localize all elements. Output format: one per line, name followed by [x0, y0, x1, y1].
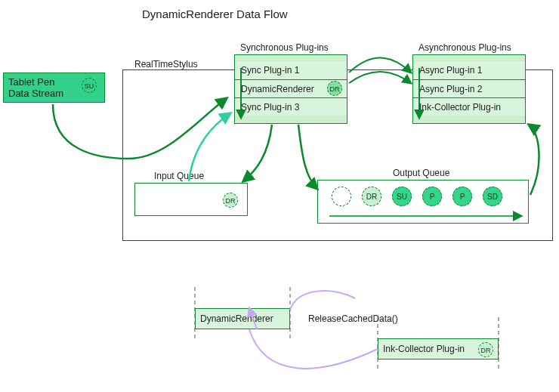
sync-row: Sync Plug-in 3: [235, 97, 347, 116]
tablet-pen-label: Tablet Pen Data Stream: [8, 76, 76, 99]
queue-item: P: [422, 187, 442, 206]
async-row: Ink-Collector Plug-in: [413, 97, 525, 116]
output-queue-label: Output Queue: [393, 168, 449, 178]
dr-badge-icon: DR: [478, 342, 493, 357]
async-row: Async Plug-in 1: [413, 61, 525, 79]
diagram: DynamicRenderer Data Flow Tablet Pen Dat…: [0, 0, 559, 392]
input-queue-box: DR: [134, 183, 248, 216]
async-panel: Async Plug-in 1 Async Plug-in 2 Ink-Coll…: [412, 54, 526, 124]
queue-item: P: [452, 187, 472, 206]
sync-panel: Sync Plug-in 1 DynamicRenderer DR Sync P…: [234, 54, 347, 124]
page-title: DynamicRenderer Data Flow: [142, 8, 288, 20]
tablet-pen-box: Tablet Pen Data Stream SU: [3, 73, 105, 103]
bottom-ink-collector: Ink-Collector Plug-in DR: [378, 338, 499, 360]
queue-item: SD: [483, 187, 502, 206]
dr-badge-icon: DR: [327, 81, 342, 96]
async-heading: Asynchronous Plug-ins: [418, 42, 511, 53]
arrow-ink-to-dr-upper: [290, 291, 355, 310]
ink-collector-label: Ink-Collector Plug-in: [383, 344, 465, 354]
queue-item: DR: [362, 187, 381, 206]
output-queue-box: DR SU P P SD: [317, 180, 529, 224]
sync-row: Sync Plug-in 1: [235, 61, 347, 79]
queue-item: SU: [392, 187, 412, 206]
dr-badge-icon: DR: [223, 193, 238, 208]
release-cached-data-label: ReleaseCachedData(): [308, 313, 398, 324]
arrow-ink-to-dr-lower: [249, 329, 378, 369]
queue-item: [332, 187, 351, 206]
async-row: Async Plug-in 2: [413, 79, 525, 97]
rts-label: RealTimeStylus: [134, 59, 198, 69]
bottom-dynamic-renderer: DynamicRenderer: [195, 308, 290, 329]
tablet-pen-badge: SU: [82, 78, 97, 93]
input-queue-label: Input Queue: [154, 171, 204, 181]
sync-heading: Synchronous Plug-ins: [240, 42, 329, 53]
